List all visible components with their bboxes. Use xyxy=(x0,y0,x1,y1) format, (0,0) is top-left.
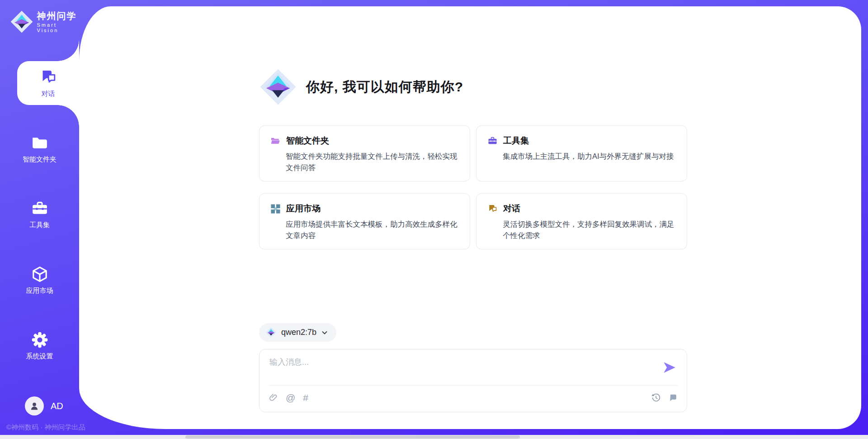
card-title: 对话 xyxy=(503,203,520,215)
main-panel: 你好, 我可以如何帮助你? 智能文件夹 智能文件夹功能支持批量文件上传与清洗，轻… xyxy=(79,6,861,429)
send-icon xyxy=(662,360,677,375)
user-profile[interactable]: AD xyxy=(25,396,63,415)
brand-title: 神州问学 xyxy=(37,10,79,21)
sidebar-item-app-market[interactable]: 应用市场 xyxy=(0,258,79,302)
briefcase-icon xyxy=(31,200,49,218)
hash-icon[interactable]: # xyxy=(303,393,308,402)
card-toolset[interactable]: 工具集 集成市场上主流工具，助力AI与外界无缝扩展与对接 xyxy=(476,125,687,181)
sidebar-item-label: 智能文件夹 xyxy=(23,155,57,164)
briefcase-icon xyxy=(487,136,498,146)
at-icon[interactable]: @ xyxy=(286,393,295,402)
main-content: 你好, 我可以如何帮助你? 智能文件夹 智能文件夹功能支持批量文件上传与清洗，轻… xyxy=(259,6,687,429)
gear-icon xyxy=(31,331,49,349)
greeting-text: 你好, 我可以如何帮助你? xyxy=(306,78,463,96)
attach-button[interactable] xyxy=(269,393,278,402)
greeting: 你好, 我可以如何帮助你? xyxy=(259,68,463,106)
sidebar: 神州问学 Smart Vision 对话 智能文件夹 xyxy=(0,0,79,439)
card-description: 应用市场提供丰富长文本模板，助力高效生成多样化文章内容 xyxy=(286,219,459,241)
app-root: 神州问学 Smart Vision 对话 智能文件夹 xyxy=(0,0,868,439)
sidebar-item-label: 对话 xyxy=(42,90,55,98)
card-description: 集成市场上主流工具，助力AI与外界无缝扩展与对接 xyxy=(503,151,676,162)
card-smart-folder[interactable]: 智能文件夹 智能文件夹功能支持批量文件上传与清洗，轻松实现文件问答 xyxy=(259,125,470,181)
history-icon xyxy=(651,393,661,403)
composer-toolbar: @ # xyxy=(269,393,308,402)
sidebar-item-chat[interactable]: 对话 xyxy=(17,61,79,105)
user-avatar-icon xyxy=(29,401,40,411)
card-title: 应用市场 xyxy=(286,203,321,215)
card-chat[interactable]: 对话 灵活切换多模型文件，支持多样回复效果调试，满足个性化需求 xyxy=(476,193,687,249)
sidebar-item-settings[interactable]: 系统设置 xyxy=(0,324,79,367)
user-name: AD xyxy=(51,401,63,411)
card-title: 工具集 xyxy=(503,135,529,147)
chevron-down-icon xyxy=(321,329,328,336)
brand-diamond-icon xyxy=(265,327,277,338)
horizontal-scrollbar[interactable] xyxy=(0,435,868,439)
comment-icon xyxy=(668,393,678,403)
card-description: 灵活切换多模型文件，支持多样回复效果调试，满足个性化需求 xyxy=(503,219,676,241)
history-button[interactable] xyxy=(651,393,661,403)
cube-icon xyxy=(31,265,49,283)
paperclip-icon xyxy=(269,393,278,402)
model-name: qwen2:7b xyxy=(281,328,316,337)
chat-icon xyxy=(487,204,498,214)
card-title: 智能文件夹 xyxy=(286,135,329,147)
message-input[interactable] xyxy=(269,356,650,383)
brand: 神州问学 Smart Vision xyxy=(10,10,79,33)
card-app-market[interactable]: 应用市场 应用市场提供丰富长文本模板，助力高效生成多样化文章内容 xyxy=(259,193,470,249)
folder-icon xyxy=(31,134,49,152)
sidebar-item-smart-folder[interactable]: 智能文件夹 xyxy=(0,127,79,171)
brand-diamond-icon xyxy=(10,10,33,33)
brand-diamond-icon xyxy=(259,68,297,106)
scrollbar-thumb[interactable] xyxy=(185,435,520,439)
send-button[interactable] xyxy=(662,360,677,375)
sidebar-item-label: 应用市场 xyxy=(26,286,53,295)
comment-button[interactable] xyxy=(668,393,678,403)
grid-cube-icon xyxy=(270,204,281,214)
folder-open-icon xyxy=(270,136,281,146)
composer-right-tools xyxy=(651,393,678,403)
chat-icon xyxy=(39,68,57,86)
sidebar-nav: 对话 智能文件夹 工具集 xyxy=(0,61,79,389)
sidebar-item-label: 系统设置 xyxy=(26,352,53,361)
feature-cards: 智能文件夹 智能文件夹功能支持批量文件上传与清洗，轻松实现文件问答 工具 xyxy=(259,125,687,249)
composer-divider xyxy=(269,385,678,386)
sidebar-item-label: 工具集 xyxy=(29,221,50,229)
model-selector[interactable]: qwen2:7b xyxy=(259,323,336,342)
copyright-text: ©神州数码 · 神州问学出品 xyxy=(6,423,85,432)
card-description: 智能文件夹功能支持批量文件上传与清洗，轻松实现文件问答 xyxy=(286,151,459,173)
avatar xyxy=(25,396,44,415)
message-composer: @ # xyxy=(259,349,687,412)
sidebar-item-toolset[interactable]: 工具集 xyxy=(0,192,79,236)
brand-subtitle: Smart Vision xyxy=(37,22,79,33)
